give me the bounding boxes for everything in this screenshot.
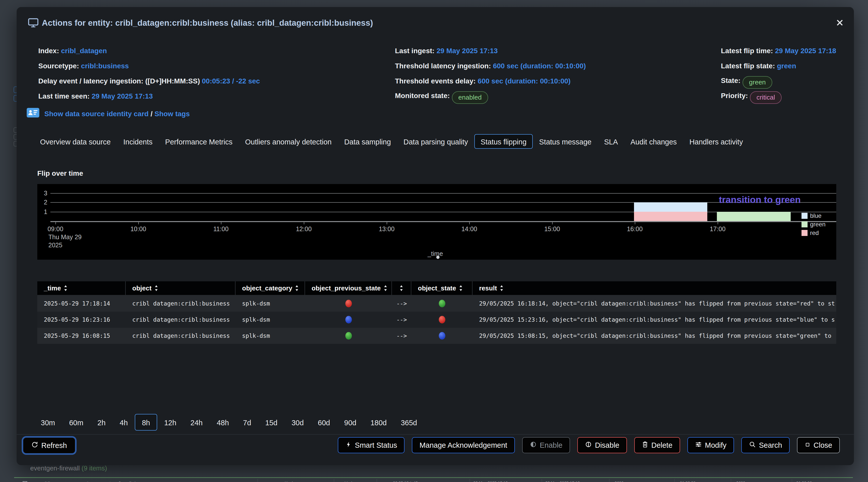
legend-item-green: green xyxy=(802,221,826,228)
bg-cell-duration2: 01:00:00 xyxy=(796,481,812,482)
info-sourcetype: Sourcetype: cribl:business xyxy=(38,62,129,70)
disable-button[interactable]: Disable xyxy=(577,437,627,453)
range-15d[interactable]: 15d xyxy=(258,414,284,431)
range-365d[interactable]: 365d xyxy=(394,414,424,431)
background-group-label: eventgen-firewall (9 items) xyxy=(30,464,107,472)
manage-acknowledgement-button[interactable]: Manage Acknowledgement xyxy=(412,437,515,453)
tab-bar: Overview data source Incidents Performan… xyxy=(34,134,749,149)
close-button[interactable]: Close xyxy=(797,437,840,453)
identity-card-icon[interactable] xyxy=(27,108,39,118)
x-date-line2: 2025 xyxy=(49,242,62,249)
column-header-object-previous-state[interactable]: object_previous_state xyxy=(305,281,392,295)
sliders-icon xyxy=(695,441,702,450)
legend-item-red: red xyxy=(802,229,819,236)
info-threshold-latency: Threshold latency ingestion: 600 sec (du… xyxy=(395,62,586,70)
sort-icon xyxy=(64,285,67,291)
lightning-icon xyxy=(345,441,352,450)
search-button[interactable]: Search xyxy=(741,437,790,453)
info-delay: Delay event / latency ingestion: ([D+]HH… xyxy=(38,77,260,85)
bg-cell-monitored: enabled xyxy=(338,481,352,482)
range-60d[interactable]: 60d xyxy=(311,414,337,431)
column-header-object[interactable]: object xyxy=(126,281,236,295)
info-threshold-delay: Threshold events delay: 600 sec (duratio… xyxy=(395,77,570,85)
range-30m[interactable]: 30m xyxy=(34,414,62,431)
sourcetype-link[interactable]: cribl:business xyxy=(81,62,129,70)
bg-cell-date1: 29 May 2025 17:13 xyxy=(473,481,508,482)
gridline-3 xyxy=(51,193,836,194)
tab-data-sampling[interactable]: Data sampling xyxy=(338,134,397,149)
sort-icon xyxy=(384,285,387,291)
cell-object: cribl_datagen:cribl:business xyxy=(126,333,236,339)
column-header-arrow[interactable] xyxy=(392,281,411,295)
y-tick-2: 2 xyxy=(37,199,48,206)
range-7d[interactable]: 7d xyxy=(236,414,258,431)
range-180d[interactable]: 180d xyxy=(364,414,394,431)
x-axis xyxy=(51,221,836,222)
table-row[interactable]: 2025-05-29 17:18:14 cribl_datagen:cribl:… xyxy=(37,295,836,312)
modify-button[interactable]: Modify xyxy=(687,437,734,453)
tab-status-flipping[interactable]: Status flipping xyxy=(474,134,533,149)
range-90d[interactable]: 90d xyxy=(337,414,363,431)
cell-result: 29/05/2025 15:23:16, object="cribl_datag… xyxy=(472,316,836,323)
tab-incidents[interactable]: Incidents xyxy=(117,134,159,149)
time-range-bar: 30m 60m 2h 4h 8h 12h 24h 48h 7d 15d 30d … xyxy=(34,414,424,431)
tab-overview-data-source[interactable]: Overview data source xyxy=(34,134,117,149)
show-identity-card-link[interactable]: Show data source identity card xyxy=(44,110,149,118)
header-label: object xyxy=(132,284,152,292)
tab-outliers-anomaly-detection[interactable]: Outliers anomaly detection xyxy=(239,134,338,149)
x-tick-1200: 12:00 xyxy=(289,225,319,233)
column-header-time[interactable]: _time xyxy=(37,281,126,295)
column-header-object-state[interactable]: object_state xyxy=(411,281,472,295)
tab-audit-changes[interactable]: Audit changes xyxy=(624,134,683,149)
enable-button[interactable]: Enable xyxy=(522,437,570,453)
info-flip-time-label: Latest flip time: xyxy=(721,47,773,55)
range-24h[interactable]: 24h xyxy=(183,414,210,431)
modal-title: Actions for entity: cribl_datagen:cribl:… xyxy=(42,18,373,28)
tab-performance-metrics[interactable]: Performance Metrics xyxy=(159,134,239,149)
person-icon xyxy=(84,481,91,482)
info-flip-state-value: green xyxy=(777,62,796,70)
range-60m[interactable]: 60m xyxy=(62,414,90,431)
column-header-object-category[interactable]: object_category xyxy=(236,281,305,295)
legend-swatch-blue xyxy=(802,213,808,219)
index-link[interactable]: cribl_datagen xyxy=(61,47,107,55)
tab-data-parsing-quality[interactable]: Data parsing quality xyxy=(397,134,474,149)
info-delay-value: 00:05:23 / -22 sec xyxy=(202,77,260,85)
close-icon[interactable] xyxy=(835,18,845,29)
button-label: Delete xyxy=(651,441,673,450)
refresh-button[interactable]: Refresh xyxy=(23,437,75,453)
info-last-seen: Last time seen: 29 May 2025 17:13 xyxy=(38,92,153,100)
bg-cell-priority: critical xyxy=(281,481,293,482)
range-4h[interactable]: 4h xyxy=(113,414,135,431)
table-row[interactable]: 2025-05-29 16:08:15 cribl_datagen:cribl:… xyxy=(37,328,836,344)
priority-badge: critical xyxy=(750,91,782,104)
range-30d[interactable]: 30d xyxy=(284,414,311,431)
chart-annotation: transition to green xyxy=(719,195,801,205)
header-label: object_previous_state xyxy=(312,284,381,292)
info-state-label: State: xyxy=(721,77,741,84)
trash-icon xyxy=(642,441,648,450)
tab-sla[interactable]: SLA xyxy=(598,134,624,149)
tab-handlers-activity[interactable]: Handlers activity xyxy=(683,134,749,149)
bg-cell-entity: eventgen-firewall-cisco-asa xyxy=(101,481,150,482)
bar-green-17h xyxy=(717,212,791,221)
sort-icon xyxy=(155,285,158,291)
cell-arrow: --> xyxy=(392,333,411,339)
range-2h[interactable]: 2h xyxy=(90,414,113,431)
column-header-result[interactable]: result xyxy=(472,281,836,295)
range-8h[interactable]: 8h xyxy=(135,414,157,431)
tab-status-message[interactable]: Status message xyxy=(533,134,598,149)
x-tick-1100: 11:00 xyxy=(206,225,236,233)
table-row[interactable]: 2025-05-29 16:23:16 cribl_datagen:cribl:… xyxy=(37,312,836,328)
show-tags-link[interactable]: Show tags xyxy=(154,110,190,118)
sort-icon xyxy=(295,285,299,291)
cell-previous-state xyxy=(305,300,392,307)
bg-cell-delay: 00:05:18 / -42 sec xyxy=(393,481,425,482)
delete-button[interactable]: Delete xyxy=(634,437,680,453)
info-monitored-state-label: Monitored state: xyxy=(395,92,450,100)
smart-status-button[interactable]: Smart Status xyxy=(338,437,405,453)
range-12h[interactable]: 12h xyxy=(157,414,183,431)
range-48h[interactable]: 48h xyxy=(210,414,236,431)
monitor-icon xyxy=(27,17,39,29)
chart-scroll-handle[interactable] xyxy=(436,256,439,259)
